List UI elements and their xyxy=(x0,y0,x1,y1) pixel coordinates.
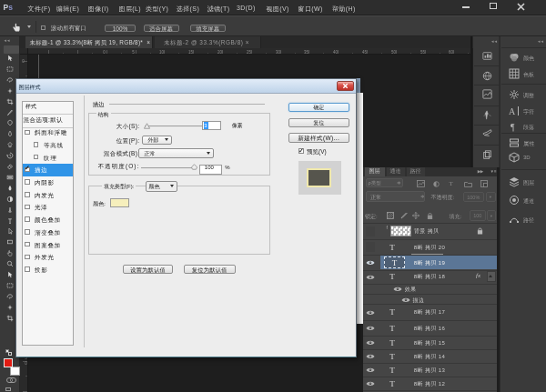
svg-text:¶: ¶ xyxy=(511,122,515,132)
svg-text:A: A xyxy=(509,106,516,116)
